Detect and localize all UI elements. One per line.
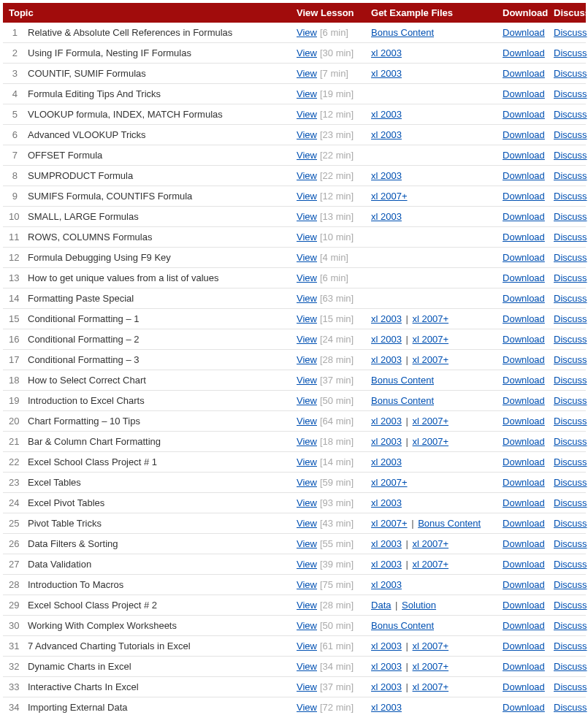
download-link[interactable]: Download (503, 129, 545, 140)
example-file-link[interactable]: xl 2007+ (413, 538, 449, 549)
discuss-link[interactable]: Discuss (554, 293, 587, 304)
download-link[interactable]: Download (503, 334, 545, 345)
discuss-link[interactable]: Discuss (554, 416, 587, 427)
example-file-link[interactable]: xl 2003 (371, 681, 402, 692)
view-link[interactable]: View (297, 436, 317, 447)
download-link[interactable]: Download (503, 477, 545, 488)
discuss-link[interactable]: Discuss (554, 232, 587, 242)
view-link[interactable]: View (297, 232, 317, 242)
example-file-link[interactable]: xl 2003 (371, 641, 402, 651)
discuss-link[interactable]: Discuss (554, 395, 587, 406)
download-link[interactable]: Download (503, 456, 545, 467)
discuss-link[interactable]: Discuss (554, 27, 587, 38)
example-file-link[interactable]: xl 2003 (371, 313, 402, 324)
discuss-link[interactable]: Discuss (554, 579, 587, 590)
example-file-link[interactable]: xl 2007+ (413, 313, 449, 324)
discuss-link[interactable]: Discuss (554, 354, 587, 365)
download-link[interactable]: Download (503, 416, 545, 427)
view-link[interactable]: View (297, 27, 317, 38)
discuss-link[interactable]: Discuss (554, 559, 587, 570)
download-link[interactable]: Download (503, 88, 545, 99)
download-link[interactable]: Download (503, 170, 545, 181)
view-link[interactable]: View (297, 252, 317, 263)
example-file-link[interactable]: xl 2007+ (413, 416, 449, 427)
example-file-link[interactable]: xl 2007+ (413, 681, 449, 692)
example-file-link[interactable]: xl 2003 (371, 109, 402, 120)
example-file-link[interactable]: xl 2003 (371, 129, 402, 140)
discuss-link[interactable]: Discuss (554, 170, 587, 181)
download-link[interactable]: Download (503, 681, 545, 692)
view-link[interactable]: View (297, 354, 317, 365)
view-link[interactable]: View (297, 579, 317, 590)
view-link[interactable]: View (297, 313, 317, 324)
example-file-link[interactable]: Bonus Content (371, 395, 434, 406)
discuss-link[interactable]: Discuss (554, 641, 587, 651)
example-file-link[interactable]: Bonus Content (418, 518, 481, 529)
example-file-link[interactable]: xl 2003 (371, 702, 402, 713)
discuss-link[interactable]: Discuss (554, 702, 587, 713)
view-link[interactable]: View (297, 661, 317, 672)
example-file-link[interactable]: xl 2007+ (413, 661, 449, 672)
view-link[interactable]: View (297, 395, 317, 406)
example-file-link[interactable]: xl 2007+ (413, 559, 449, 570)
discuss-link[interactable]: Discuss (554, 518, 587, 529)
view-link[interactable]: View (297, 211, 317, 222)
view-link[interactable]: View (297, 702, 317, 713)
view-link[interactable]: View (297, 68, 317, 79)
discuss-link[interactable]: Discuss (554, 497, 587, 508)
discuss-link[interactable]: Discuss (554, 538, 587, 549)
download-link[interactable]: Download (503, 600, 545, 611)
discuss-link[interactable]: Discuss (554, 88, 587, 99)
example-file-link[interactable]: xl 2003 (371, 170, 402, 181)
discuss-link[interactable]: Discuss (554, 68, 587, 79)
download-link[interactable]: Download (503, 375, 545, 386)
download-link[interactable]: Download (503, 47, 545, 58)
download-link[interactable]: Download (503, 109, 545, 120)
download-link[interactable]: Download (503, 559, 545, 570)
example-file-link[interactable]: Bonus Content (371, 27, 434, 38)
view-link[interactable]: View (297, 129, 317, 140)
download-link[interactable]: Download (503, 232, 545, 242)
download-link[interactable]: Download (503, 436, 545, 447)
example-file-link[interactable]: xl 2003 (371, 559, 402, 570)
view-link[interactable]: View (297, 477, 317, 488)
download-link[interactable]: Download (503, 27, 545, 38)
download-link[interactable]: Download (503, 191, 545, 202)
view-link[interactable]: View (297, 375, 317, 386)
discuss-link[interactable]: Discuss (554, 109, 587, 120)
download-link[interactable]: Download (503, 150, 545, 161)
example-file-link[interactable]: xl 2003 (371, 47, 402, 58)
example-file-link[interactable]: xl 2003 (371, 436, 402, 447)
download-link[interactable]: Download (503, 293, 545, 304)
view-link[interactable]: View (297, 293, 317, 304)
download-link[interactable]: Download (503, 579, 545, 590)
view-link[interactable]: View (297, 620, 317, 631)
example-file-link[interactable]: xl 2003 (371, 497, 402, 508)
example-file-link[interactable]: Bonus Content (371, 620, 434, 631)
example-file-link[interactable]: xl 2007+ (371, 518, 408, 529)
download-link[interactable]: Download (503, 272, 545, 283)
example-file-link[interactable]: xl 2007+ (413, 436, 449, 447)
discuss-link[interactable]: Discuss (554, 375, 587, 386)
discuss-link[interactable]: Discuss (554, 211, 587, 222)
view-link[interactable]: View (297, 170, 317, 181)
example-file-link[interactable]: xl 2007+ (413, 334, 449, 345)
discuss-link[interactable]: Discuss (554, 600, 587, 611)
view-link[interactable]: View (297, 150, 317, 161)
discuss-link[interactable]: Discuss (554, 47, 587, 58)
download-link[interactable]: Download (503, 313, 545, 324)
download-link[interactable]: Download (503, 252, 545, 263)
example-file-link[interactable]: xl 2003 (371, 354, 402, 365)
download-link[interactable]: Download (503, 661, 545, 672)
download-link[interactable]: Download (503, 538, 545, 549)
discuss-link[interactable]: Discuss (554, 436, 587, 447)
view-link[interactable]: View (297, 191, 317, 202)
discuss-link[interactable]: Discuss (554, 252, 587, 263)
example-file-link[interactable]: xl 2003 (371, 68, 402, 79)
view-link[interactable]: View (297, 456, 317, 467)
view-link[interactable]: View (297, 109, 317, 120)
view-link[interactable]: View (297, 538, 317, 549)
view-link[interactable]: View (297, 88, 317, 99)
view-link[interactable]: View (297, 47, 317, 58)
download-link[interactable]: Download (503, 497, 545, 508)
